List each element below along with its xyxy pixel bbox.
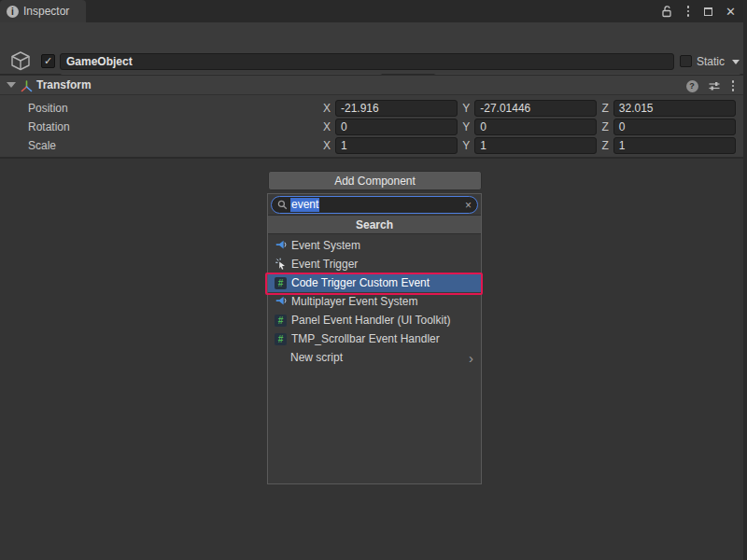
search-text-selected: event — [290, 198, 319, 212]
transform-header[interactable]: Transform ? — [0, 75, 743, 95]
list-item-new-script[interactable]: New script › — [268, 348, 481, 367]
list-item-label: Event Trigger — [291, 258, 358, 271]
search-results-header: Search — [268, 215, 481, 234]
titlebar: i Inspector ✕ — [0, 0, 743, 22]
csharp-script-icon: # — [274, 332, 288, 345]
component-divider — [0, 157, 743, 159]
presets-icon[interactable] — [708, 79, 721, 92]
list-item-label: TMP_Scrollbar Event Handler — [291, 332, 440, 345]
component-list: Event System Event Trigger # Code Trigge… — [268, 234, 481, 367]
scale-z-field[interactable]: 1 — [613, 137, 736, 154]
scale-x-field[interactable]: 1 — [335, 137, 458, 154]
list-item-event-system[interactable]: Event System — [268, 236, 481, 255]
gameobject-name-field[interactable]: GameObject — [60, 53, 674, 70]
axis-y-label[interactable]: Y — [462, 120, 470, 133]
position-z-field[interactable]: 32.015 — [613, 100, 736, 117]
list-item-multiplayer-event-system[interactable]: Multiplayer Event System — [268, 292, 481, 311]
gameobject-cube-icon[interactable] — [7, 49, 35, 77]
axis-y-label[interactable]: Y — [462, 102, 470, 115]
active-checkbox[interactable]: ✓ — [41, 54, 55, 68]
axis-x-label[interactable]: X — [323, 139, 331, 152]
component-menu-icon[interactable] — [730, 78, 737, 93]
position-x-field[interactable]: -21.916 — [335, 100, 458, 117]
axis-z-label[interactable]: Z — [601, 102, 608, 115]
window-menu-icon[interactable] — [685, 4, 692, 19]
list-item-panel-event-handler[interactable]: # Panel Event Handler (UI Toolkit) — [268, 311, 481, 329]
list-item-label: Event System — [291, 239, 360, 252]
scale-y-field[interactable]: 1 — [474, 137, 597, 154]
axis-z-label[interactable]: Z — [601, 120, 608, 133]
event-system-icon — [274, 295, 288, 308]
csharp-script-icon: # — [274, 314, 288, 327]
chevron-right-icon: › — [469, 351, 473, 365]
search-icon — [277, 200, 288, 210]
transform-body: Position X -21.916 Y -27.01446 Z 32.015 … — [0, 95, 743, 157]
transform-title: Transform — [36, 78, 92, 91]
rotation-z-field[interactable]: 0 — [613, 119, 736, 135]
position-label: Position — [28, 102, 68, 115]
axis-x-label[interactable]: X — [323, 120, 331, 133]
list-item-code-trigger-custom-event[interactable]: # Code Trigger Custom Event — [268, 273, 481, 292]
list-item-tmp-scrollbar-event-handler[interactable]: # TMP_Scrollbar Event Handler — [268, 329, 481, 348]
list-item-event-trigger[interactable]: Event Trigger — [268, 255, 481, 273]
add-component-button[interactable]: Add Component — [268, 171, 482, 190]
list-item-label: New script — [290, 351, 343, 364]
axis-x-label[interactable]: X — [323, 102, 331, 115]
info-icon: i — [7, 6, 19, 18]
rotation-row: Rotation X 0 Y 0 Z 0 — [0, 118, 743, 136]
scale-row: Scale X 1 Y 1 Z 1 — [0, 136, 743, 155]
close-icon[interactable]: ✕ — [726, 6, 736, 18]
lock-icon[interactable] — [661, 5, 672, 18]
transform-axes-icon — [20, 79, 34, 93]
rotation-y-field[interactable]: 0 — [474, 119, 597, 135]
tab-inspector[interactable]: i Inspector — [0, 0, 86, 22]
gameobject-header: ✓ GameObject Static Tag Untagged Layer D… — [0, 22, 743, 75]
rotation-label: Rotation — [28, 120, 70, 133]
scale-label: Scale — [28, 139, 56, 152]
rotation-x-field[interactable]: 0 — [335, 119, 458, 135]
position-row: Position X -21.916 Y -27.01446 Z 32.015 — [0, 99, 743, 118]
inspector-window: i Inspector ✕ ✓ GameObject St — [0, 0, 747, 560]
list-item-label: Panel Event Handler (UI Toolkit) — [291, 314, 451, 327]
list-item-label: Multiplayer Event System — [291, 295, 417, 308]
static-dropdown-caret[interactable] — [732, 60, 740, 64]
event-trigger-icon — [274, 258, 288, 271]
list-item-label: Code Trigger Custom Event — [291, 276, 430, 289]
static-label: Static — [697, 55, 725, 68]
tab-title: Inspector — [23, 5, 69, 18]
foldout-arrow-icon[interactable] — [7, 82, 16, 88]
component-search-input[interactable]: event × — [271, 196, 478, 214]
axis-z-label[interactable]: Z — [601, 139, 608, 152]
event-system-icon — [274, 239, 288, 252]
axis-y-label[interactable]: Y — [462, 139, 470, 152]
clear-search-icon[interactable]: × — [465, 200, 472, 211]
add-component-popup: event × Search Event System Event Trigge… — [267, 193, 482, 484]
maximize-icon[interactable] — [704, 7, 712, 16]
static-checkbox[interactable] — [680, 55, 692, 67]
help-icon[interactable]: ? — [686, 80, 698, 92]
csharp-script-icon: # — [274, 276, 288, 289]
position-y-field[interactable]: -27.01446 — [474, 100, 597, 117]
